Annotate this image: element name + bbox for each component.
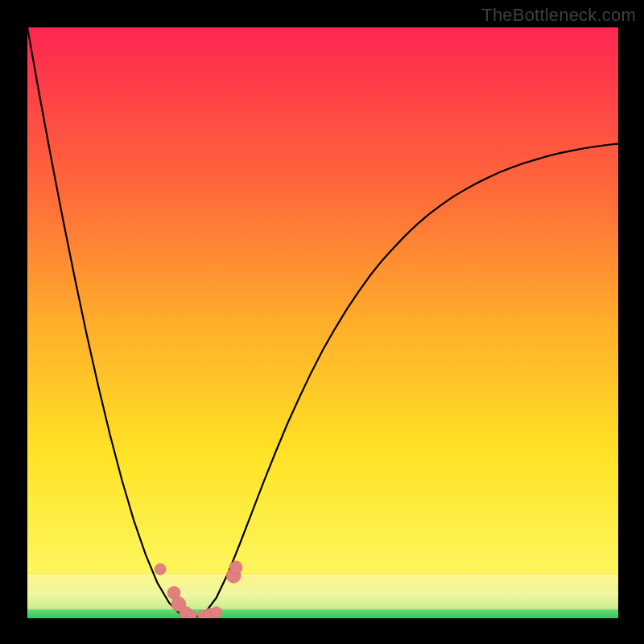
chart-stage: TheBottleneck.com <box>0 0 644 644</box>
watermark-text: TheBottleneck.com <box>481 5 636 26</box>
band-pale <box>27 574 618 609</box>
plot-svg <box>27 27 618 618</box>
plot-area <box>27 27 618 618</box>
marker-7 <box>211 607 222 618</box>
band-rainbow <box>27 27 618 574</box>
marker-0 <box>155 564 166 575</box>
marker-9 <box>229 561 242 574</box>
band-green <box>27 609 618 618</box>
background-bands <box>27 27 618 618</box>
